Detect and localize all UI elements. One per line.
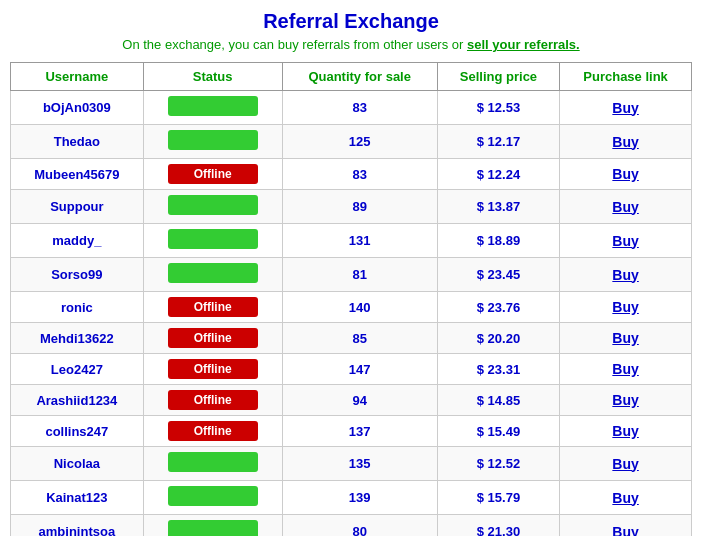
cell-purchase: Buy <box>560 515 692 537</box>
status-online-indicator <box>168 520 258 536</box>
cell-purchase: Buy <box>560 323 692 354</box>
status-online-indicator <box>168 229 258 249</box>
col-username: Username <box>11 63 144 91</box>
buy-button[interactable]: Buy <box>612 267 638 283</box>
table-row: Kainat123139$ 15.79Buy <box>11 481 692 515</box>
cell-username: maddy_ <box>11 224 144 258</box>
cell-username: Arashiid1234 <box>11 385 144 416</box>
table-row: Thedao125$ 12.17Buy <box>11 125 692 159</box>
cell-price: $ 12.52 <box>437 447 559 481</box>
subtitle: On the exchange, you can buy referrals f… <box>10 37 692 52</box>
table-row: Mubeen45679Offline83$ 12.24Buy <box>11 159 692 190</box>
cell-username: Kainat123 <box>11 481 144 515</box>
cell-status <box>143 224 282 258</box>
cell-price: $ 18.89 <box>437 224 559 258</box>
cell-quantity: 147 <box>282 354 437 385</box>
cell-purchase: Buy <box>560 354 692 385</box>
cell-price: $ 15.49 <box>437 416 559 447</box>
cell-price: $ 20.20 <box>437 323 559 354</box>
col-price: Selling price <box>437 63 559 91</box>
cell-purchase: Buy <box>560 190 692 224</box>
cell-status <box>143 447 282 481</box>
table-row: Mehdi13622Offline85$ 20.20Buy <box>11 323 692 354</box>
status-online-indicator <box>168 96 258 116</box>
cell-status: Offline <box>143 385 282 416</box>
cell-quantity: 85 <box>282 323 437 354</box>
status-online-indicator <box>168 486 258 506</box>
page-title: Referral Exchange <box>10 10 692 33</box>
cell-purchase: Buy <box>560 159 692 190</box>
buy-button[interactable]: Buy <box>612 361 638 377</box>
col-status: Status <box>143 63 282 91</box>
buy-button[interactable]: Buy <box>612 199 638 215</box>
cell-purchase: Buy <box>560 292 692 323</box>
cell-price: $ 14.85 <box>437 385 559 416</box>
buy-button[interactable]: Buy <box>612 423 638 439</box>
cell-quantity: 83 <box>282 91 437 125</box>
subtitle-text: On the exchange, you can buy referrals f… <box>122 37 467 52</box>
buy-button[interactable]: Buy <box>612 233 638 249</box>
buy-button[interactable]: Buy <box>612 299 638 315</box>
cell-status <box>143 91 282 125</box>
cell-quantity: 131 <box>282 224 437 258</box>
table-row: Nicolaa135$ 12.52Buy <box>11 447 692 481</box>
cell-username: Mehdi13622 <box>11 323 144 354</box>
status-offline-indicator: Offline <box>168 164 258 184</box>
status-online-indicator <box>168 195 258 215</box>
cell-quantity: 125 <box>282 125 437 159</box>
cell-username: Sorso99 <box>11 258 144 292</box>
cell-price: $ 23.45 <box>437 258 559 292</box>
table-row: maddy_131$ 18.89Buy <box>11 224 692 258</box>
cell-username: ronic <box>11 292 144 323</box>
cell-purchase: Buy <box>560 447 692 481</box>
buy-button[interactable]: Buy <box>612 456 638 472</box>
cell-status: Offline <box>143 292 282 323</box>
buy-button[interactable]: Buy <box>612 330 638 346</box>
cell-purchase: Buy <box>560 481 692 515</box>
cell-status <box>143 125 282 159</box>
buy-button[interactable]: Buy <box>612 100 638 116</box>
table-header-row: Username Status Quantity for sale Sellin… <box>11 63 692 91</box>
cell-status <box>143 190 282 224</box>
cell-status <box>143 258 282 292</box>
cell-purchase: Buy <box>560 125 692 159</box>
cell-quantity: 140 <box>282 292 437 323</box>
cell-username: collins247 <box>11 416 144 447</box>
referral-table: Username Status Quantity for sale Sellin… <box>10 62 692 536</box>
cell-status: Offline <box>143 354 282 385</box>
table-row: Suppour89$ 13.87Buy <box>11 190 692 224</box>
cell-username: Thedao <box>11 125 144 159</box>
buy-button[interactable]: Buy <box>612 524 638 537</box>
status-online-indicator <box>168 452 258 472</box>
buy-button[interactable]: Buy <box>612 490 638 506</box>
buy-button[interactable]: Buy <box>612 134 638 150</box>
status-online-indicator <box>168 263 258 283</box>
cell-price: $ 13.87 <box>437 190 559 224</box>
cell-price: $ 12.53 <box>437 91 559 125</box>
buy-button[interactable]: Buy <box>612 166 638 182</box>
cell-price: $ 12.17 <box>437 125 559 159</box>
cell-status: Offline <box>143 416 282 447</box>
cell-status <box>143 515 282 537</box>
table-row: Leo2427Offline147$ 23.31Buy <box>11 354 692 385</box>
table-row: bOjAn030983$ 12.53Buy <box>11 91 692 125</box>
cell-username: ambinintsoa <box>11 515 144 537</box>
cell-username: Leo2427 <box>11 354 144 385</box>
cell-status <box>143 481 282 515</box>
cell-price: $ 12.24 <box>437 159 559 190</box>
status-online-indicator <box>168 130 258 150</box>
cell-quantity: 137 <box>282 416 437 447</box>
cell-purchase: Buy <box>560 224 692 258</box>
status-offline-indicator: Offline <box>168 421 258 441</box>
cell-price: $ 23.31 <box>437 354 559 385</box>
table-row: Arashiid1234Offline94$ 14.85Buy <box>11 385 692 416</box>
cell-username: Mubeen45679 <box>11 159 144 190</box>
cell-purchase: Buy <box>560 91 692 125</box>
buy-button[interactable]: Buy <box>612 392 638 408</box>
cell-purchase: Buy <box>560 258 692 292</box>
col-quantity: Quantity for sale <box>282 63 437 91</box>
status-offline-indicator: Offline <box>168 390 258 410</box>
status-offline-indicator: Offline <box>168 297 258 317</box>
sell-link[interactable]: sell your referrals. <box>467 37 580 52</box>
cell-quantity: 80 <box>282 515 437 537</box>
